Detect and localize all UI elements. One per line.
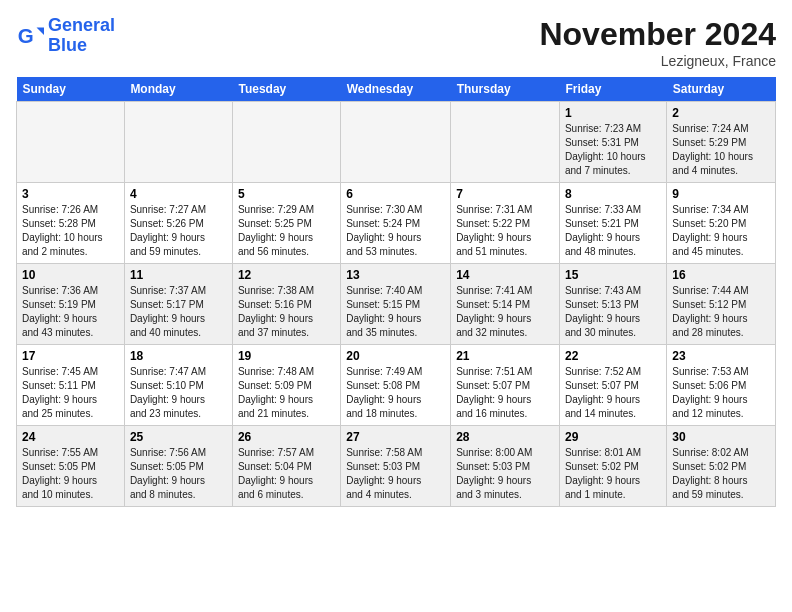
calendar-cell: 17Sunrise: 7:45 AM Sunset: 5:11 PM Dayli… [17,345,125,426]
logo-icon: G [16,22,44,50]
title-block: November 2024 Lezigneux, France [539,16,776,69]
calendar-header-tuesday: Tuesday [232,77,340,102]
day-number: 28 [456,430,554,444]
day-number: 10 [22,268,119,282]
calendar-cell: 9Sunrise: 7:34 AM Sunset: 5:20 PM Daylig… [667,183,776,264]
page-header: G General Blue November 2024 Lezigneux, … [16,16,776,69]
day-info: Sunrise: 8:00 AM Sunset: 5:03 PM Dayligh… [456,446,554,502]
calendar-cell: 27Sunrise: 7:58 AM Sunset: 5:03 PM Dayli… [341,426,451,507]
calendar-cell: 28Sunrise: 8:00 AM Sunset: 5:03 PM Dayli… [451,426,560,507]
day-info: Sunrise: 7:45 AM Sunset: 5:11 PM Dayligh… [22,365,119,421]
day-info: Sunrise: 7:57 AM Sunset: 5:04 PM Dayligh… [238,446,335,502]
day-number: 8 [565,187,661,201]
day-number: 5 [238,187,335,201]
month-title: November 2024 [539,16,776,53]
calendar-cell: 19Sunrise: 7:48 AM Sunset: 5:09 PM Dayli… [232,345,340,426]
day-info: Sunrise: 7:58 AM Sunset: 5:03 PM Dayligh… [346,446,445,502]
day-info: Sunrise: 7:41 AM Sunset: 5:14 PM Dayligh… [456,284,554,340]
calendar-cell: 13Sunrise: 7:40 AM Sunset: 5:15 PM Dayli… [341,264,451,345]
calendar-cell: 8Sunrise: 7:33 AM Sunset: 5:21 PM Daylig… [559,183,666,264]
day-info: Sunrise: 7:55 AM Sunset: 5:05 PM Dayligh… [22,446,119,502]
location: Lezigneux, France [539,53,776,69]
day-number: 12 [238,268,335,282]
svg-text:G: G [18,23,34,46]
day-info: Sunrise: 7:36 AM Sunset: 5:19 PM Dayligh… [22,284,119,340]
calendar-cell: 29Sunrise: 8:01 AM Sunset: 5:02 PM Dayli… [559,426,666,507]
day-number: 27 [346,430,445,444]
day-info: Sunrise: 7:24 AM Sunset: 5:29 PM Dayligh… [672,122,770,178]
day-number: 26 [238,430,335,444]
calendar-cell: 1Sunrise: 7:23 AM Sunset: 5:31 PM Daylig… [559,102,666,183]
day-number: 29 [565,430,661,444]
calendar-cell: 26Sunrise: 7:57 AM Sunset: 5:04 PM Dayli… [232,426,340,507]
day-info: Sunrise: 7:27 AM Sunset: 5:26 PM Dayligh… [130,203,227,259]
calendar-header-sunday: Sunday [17,77,125,102]
day-info: Sunrise: 7:51 AM Sunset: 5:07 PM Dayligh… [456,365,554,421]
logo: G General Blue [16,16,115,56]
day-info: Sunrise: 7:53 AM Sunset: 5:06 PM Dayligh… [672,365,770,421]
calendar-cell [124,102,232,183]
calendar-row-0: 1Sunrise: 7:23 AM Sunset: 5:31 PM Daylig… [17,102,776,183]
calendar-cell [341,102,451,183]
day-info: Sunrise: 7:23 AM Sunset: 5:31 PM Dayligh… [565,122,661,178]
calendar-row-3: 17Sunrise: 7:45 AM Sunset: 5:11 PM Dayli… [17,345,776,426]
calendar-cell: 20Sunrise: 7:49 AM Sunset: 5:08 PM Dayli… [341,345,451,426]
day-number: 7 [456,187,554,201]
day-info: Sunrise: 7:47 AM Sunset: 5:10 PM Dayligh… [130,365,227,421]
day-number: 2 [672,106,770,120]
day-number: 1 [565,106,661,120]
day-number: 21 [456,349,554,363]
day-number: 13 [346,268,445,282]
day-info: Sunrise: 7:52 AM Sunset: 5:07 PM Dayligh… [565,365,661,421]
calendar-cell: 7Sunrise: 7:31 AM Sunset: 5:22 PM Daylig… [451,183,560,264]
day-info: Sunrise: 7:49 AM Sunset: 5:08 PM Dayligh… [346,365,445,421]
day-info: Sunrise: 7:37 AM Sunset: 5:17 PM Dayligh… [130,284,227,340]
day-number: 16 [672,268,770,282]
day-info: Sunrise: 7:31 AM Sunset: 5:22 PM Dayligh… [456,203,554,259]
calendar-cell: 16Sunrise: 7:44 AM Sunset: 5:12 PM Dayli… [667,264,776,345]
logo-text: General Blue [48,16,115,56]
calendar-cell: 30Sunrise: 8:02 AM Sunset: 5:02 PM Dayli… [667,426,776,507]
day-info: Sunrise: 7:43 AM Sunset: 5:13 PM Dayligh… [565,284,661,340]
calendar-cell: 23Sunrise: 7:53 AM Sunset: 5:06 PM Dayli… [667,345,776,426]
calendar-table: SundayMondayTuesdayWednesdayThursdayFrid… [16,77,776,507]
calendar-cell [451,102,560,183]
calendar-cell: 11Sunrise: 7:37 AM Sunset: 5:17 PM Dayli… [124,264,232,345]
calendar-row-1: 3Sunrise: 7:26 AM Sunset: 5:28 PM Daylig… [17,183,776,264]
calendar-cell: 25Sunrise: 7:56 AM Sunset: 5:05 PM Dayli… [124,426,232,507]
calendar-header-friday: Friday [559,77,666,102]
day-number: 24 [22,430,119,444]
day-info: Sunrise: 7:38 AM Sunset: 5:16 PM Dayligh… [238,284,335,340]
calendar-header-row: SundayMondayTuesdayWednesdayThursdayFrid… [17,77,776,102]
day-info: Sunrise: 7:34 AM Sunset: 5:20 PM Dayligh… [672,203,770,259]
calendar-cell: 2Sunrise: 7:24 AM Sunset: 5:29 PM Daylig… [667,102,776,183]
calendar-cell: 12Sunrise: 7:38 AM Sunset: 5:16 PM Dayli… [232,264,340,345]
day-number: 18 [130,349,227,363]
calendar-cell: 10Sunrise: 7:36 AM Sunset: 5:19 PM Dayli… [17,264,125,345]
day-info: Sunrise: 7:33 AM Sunset: 5:21 PM Dayligh… [565,203,661,259]
calendar-row-4: 24Sunrise: 7:55 AM Sunset: 5:05 PM Dayli… [17,426,776,507]
calendar-cell: 22Sunrise: 7:52 AM Sunset: 5:07 PM Dayli… [559,345,666,426]
day-number: 14 [456,268,554,282]
day-number: 20 [346,349,445,363]
calendar-cell: 21Sunrise: 7:51 AM Sunset: 5:07 PM Dayli… [451,345,560,426]
calendar-cell: 24Sunrise: 7:55 AM Sunset: 5:05 PM Dayli… [17,426,125,507]
day-number: 23 [672,349,770,363]
calendar-cell: 18Sunrise: 7:47 AM Sunset: 5:10 PM Dayli… [124,345,232,426]
calendar-header-thursday: Thursday [451,77,560,102]
calendar-header-saturday: Saturday [667,77,776,102]
day-info: Sunrise: 7:48 AM Sunset: 5:09 PM Dayligh… [238,365,335,421]
day-info: Sunrise: 7:26 AM Sunset: 5:28 PM Dayligh… [22,203,119,259]
day-number: 3 [22,187,119,201]
calendar-header-wednesday: Wednesday [341,77,451,102]
day-info: Sunrise: 7:44 AM Sunset: 5:12 PM Dayligh… [672,284,770,340]
day-number: 11 [130,268,227,282]
calendar-cell [17,102,125,183]
day-info: Sunrise: 7:56 AM Sunset: 5:05 PM Dayligh… [130,446,227,502]
day-number: 19 [238,349,335,363]
calendar-cell: 5Sunrise: 7:29 AM Sunset: 5:25 PM Daylig… [232,183,340,264]
day-number: 30 [672,430,770,444]
calendar-cell: 6Sunrise: 7:30 AM Sunset: 5:24 PM Daylig… [341,183,451,264]
day-number: 15 [565,268,661,282]
day-info: Sunrise: 7:29 AM Sunset: 5:25 PM Dayligh… [238,203,335,259]
